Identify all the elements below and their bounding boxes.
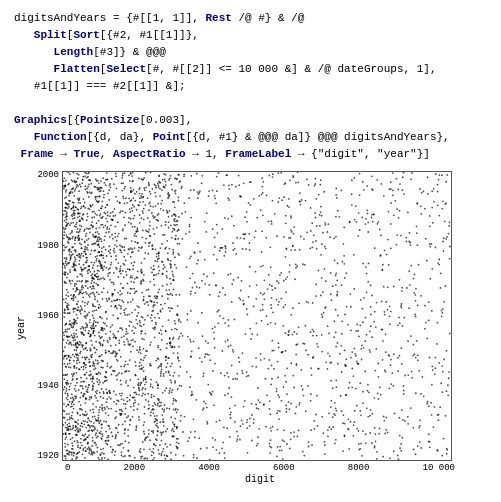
- svg-point-1577: [139, 349, 141, 351]
- svg-point-2304: [276, 388, 278, 390]
- svg-point-1007: [189, 226, 191, 228]
- svg-point-141: [103, 266, 105, 268]
- svg-point-1333: [212, 447, 214, 449]
- svg-point-1178: [204, 356, 206, 358]
- svg-point-2143: [438, 264, 440, 266]
- svg-point-3056: [431, 191, 433, 193]
- svg-point-2416: [99, 239, 101, 241]
- svg-point-2098: [79, 369, 81, 371]
- svg-point-1202: [219, 315, 221, 317]
- svg-point-530: [276, 236, 278, 238]
- svg-point-2611: [359, 383, 361, 385]
- svg-point-3476: [108, 299, 110, 301]
- svg-point-1950: [81, 367, 83, 369]
- svg-point-713: [324, 269, 326, 271]
- svg-point-3352: [362, 322, 364, 324]
- svg-point-1653: [152, 249, 154, 251]
- svg-point-1991: [128, 371, 130, 373]
- svg-point-2987: [98, 421, 100, 423]
- svg-point-2121: [429, 215, 431, 217]
- svg-point-1831: [122, 230, 124, 232]
- svg-point-2594: [157, 347, 159, 349]
- svg-point-260: [143, 208, 145, 210]
- svg-point-406: [119, 245, 121, 247]
- svg-point-1748: [81, 275, 83, 277]
- svg-point-253: [261, 251, 263, 253]
- svg-point-660: [183, 174, 185, 176]
- svg-point-3021: [89, 366, 91, 368]
- svg-point-1312: [185, 233, 187, 235]
- svg-point-3246: [87, 173, 89, 175]
- svg-point-1032: [288, 207, 290, 209]
- svg-point-3168: [98, 307, 100, 309]
- svg-point-2610: [282, 325, 284, 327]
- svg-point-477: [78, 281, 80, 283]
- svg-point-1689: [71, 403, 73, 405]
- svg-point-1169: [388, 264, 390, 266]
- svg-point-3426: [90, 340, 92, 342]
- svg-point-3030: [119, 249, 121, 251]
- svg-point-2436: [161, 261, 163, 263]
- svg-point-247: [283, 280, 285, 282]
- svg-point-1217: [336, 410, 338, 412]
- svg-point-3095: [219, 453, 221, 455]
- svg-point-2780: [206, 421, 208, 423]
- svg-point-2212: [106, 399, 108, 401]
- svg-point-3015: [167, 298, 169, 300]
- svg-point-2283: [111, 374, 113, 376]
- svg-point-2817: [240, 426, 242, 428]
- svg-point-2377: [438, 179, 440, 181]
- svg-point-2224: [295, 354, 297, 356]
- svg-point-2326: [194, 292, 196, 294]
- svg-point-1527: [177, 253, 179, 255]
- svg-point-3324: [180, 188, 182, 190]
- chart-with-yticks: 2000 1980 1960 1940 1920: [30, 171, 487, 461]
- svg-point-3478: [77, 428, 79, 430]
- svg-point-1537: [160, 364, 162, 366]
- svg-point-3211: [123, 310, 125, 312]
- svg-point-2602: [399, 210, 401, 212]
- svg-point-1791: [168, 216, 170, 218]
- svg-point-3304: [325, 248, 327, 250]
- svg-point-829: [165, 181, 167, 183]
- svg-point-3292: [80, 257, 82, 259]
- svg-point-2709: [386, 254, 388, 256]
- svg-point-3161: [279, 275, 281, 277]
- svg-point-2409: [86, 315, 88, 317]
- svg-point-562: [117, 263, 119, 265]
- svg-point-2961: [65, 217, 67, 219]
- svg-point-1846: [103, 453, 105, 455]
- svg-point-2501: [66, 257, 68, 259]
- svg-point-3442: [215, 449, 217, 451]
- svg-point-101: [125, 380, 127, 382]
- svg-point-2502: [170, 366, 172, 368]
- svg-point-1952: [92, 311, 94, 313]
- svg-point-666: [186, 371, 188, 373]
- svg-point-133: [152, 206, 154, 208]
- svg-point-1780: [288, 402, 290, 404]
- svg-point-1039: [262, 265, 264, 267]
- svg-point-2533: [290, 237, 292, 239]
- svg-point-1027: [131, 397, 133, 399]
- svg-point-1842: [236, 431, 238, 433]
- svg-point-1332: [96, 378, 98, 380]
- svg-point-2959: [278, 347, 280, 349]
- svg-point-1736: [90, 449, 92, 451]
- svg-point-1107: [324, 445, 326, 447]
- svg-point-781: [108, 232, 110, 234]
- svg-point-1655: [191, 351, 193, 353]
- svg-point-2173: [173, 337, 175, 339]
- svg-point-670: [200, 448, 202, 450]
- svg-point-392: [63, 379, 65, 381]
- svg-point-333: [312, 358, 314, 360]
- svg-point-946: [190, 310, 192, 312]
- svg-point-2550: [163, 264, 165, 266]
- svg-point-1866: [68, 239, 70, 241]
- svg-point-1674: [367, 390, 369, 392]
- svg-point-3411: [142, 201, 144, 203]
- svg-point-2806: [244, 217, 246, 219]
- svg-point-546: [83, 366, 85, 368]
- svg-point-2957: [95, 179, 97, 181]
- svg-point-3074: [122, 302, 124, 304]
- svg-point-495: [397, 357, 399, 359]
